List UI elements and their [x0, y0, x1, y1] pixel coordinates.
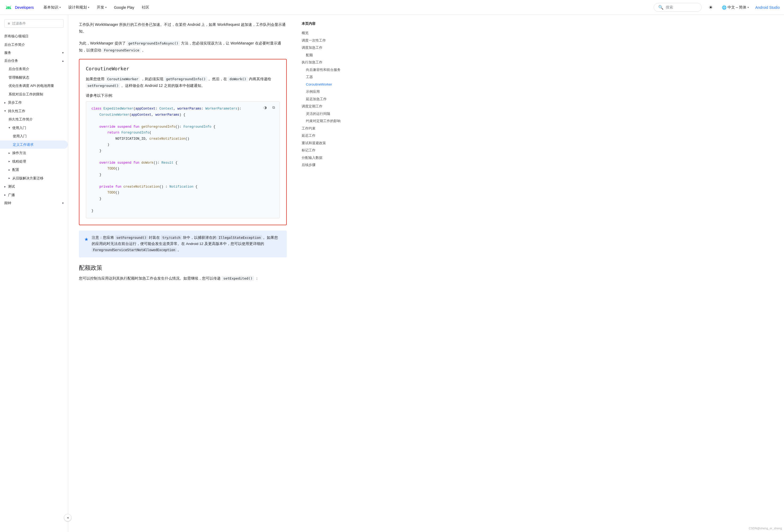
- get-foreground-info-code: getForegroundInfo(): [164, 77, 207, 82]
- chevron-down-icon: ▾: [105, 6, 107, 9]
- toc-item-delay-work[interactable]: 延迟工作: [302, 132, 352, 139]
- expand-icon: ▾: [62, 201, 64, 205]
- filter-placeholder: 过滤条件: [12, 21, 26, 26]
- chevron-right-icon: ▸: [8, 150, 10, 156]
- nav-links: 基本知识 ▾ 设计和规划 ▾ 开发 ▾ Google Play 社区: [40, 3, 649, 12]
- set-foreground-note-code: setForeground(): [115, 235, 148, 240]
- foreground-service-code: ForegroundService: [102, 48, 141, 53]
- toc-item-quota[interactable]: 配额: [302, 51, 352, 59]
- sidebar-section-services[interactable]: 服务 ▾: [0, 49, 68, 57]
- sidebar-section-migration[interactable]: ▸ 从旧版解决方案迁移: [0, 174, 68, 183]
- svg-line-3: [6, 6, 7, 7]
- search-box[interactable]: 🔍 搜索: [654, 3, 702, 12]
- para2: 为此，WorkManager 提供了 getForegroundInfoAsyn…: [79, 40, 287, 53]
- globe-icon: 🌐: [722, 5, 726, 9]
- sidebar-section-methods[interactable]: ▸ 操作方法: [0, 149, 68, 157]
- coroutine-box-title: CoroutineWorker: [86, 66, 280, 72]
- example-label: 请参考以下示例:: [86, 93, 280, 98]
- sidebar-collapse-button[interactable]: ◂: [64, 514, 72, 521]
- watermark: CSDN@sheng_er_sheng: [749, 527, 782, 530]
- left-sidebar: ≡ 过滤条件 所有核心领域日 后台工作简介 服务 ▾ 后台任务 ▴ 后台任务简介…: [0, 15, 68, 532]
- theme-toggle-button[interactable]: ☀: [706, 3, 716, 12]
- nav-google-play[interactable]: Google Play: [111, 3, 138, 12]
- sidebar-item-persistent-intro[interactable]: 持久性工作简介: [0, 115, 68, 124]
- filter-icon: ≡: [8, 21, 10, 26]
- sidebar-item-bg-intro[interactable]: 后台工作简介: [0, 40, 68, 49]
- toc-item-overview[interactable]: 概览: [302, 29, 352, 37]
- coroutine-worker-box: CoroutineWorker 如果您使用 CoroutineWorker ，则…: [79, 59, 287, 225]
- nav-basics[interactable]: 基本知识 ▾: [40, 3, 64, 12]
- set-foreground-code: setForeground(): [86, 83, 120, 88]
- sidebar-item-bg-task-intro[interactable]: 后台任务简介: [0, 65, 68, 73]
- chevron-down-icon: ▾: [59, 6, 61, 9]
- nav-right: ☀ 🌐 中文 – 简体 ▾ Android Studio: [706, 3, 780, 12]
- sidebar-item-optimize-battery[interactable]: 优化任务调度 API 的电池用量: [0, 82, 68, 90]
- sidebar-section-persistent[interactable]: ▾ 持久性工作: [0, 107, 68, 115]
- nav-community[interactable]: 社区: [139, 3, 152, 12]
- sidebar-section-bg-tasks[interactable]: 后台任务 ▴: [0, 57, 68, 65]
- search-placeholder: 搜索: [666, 5, 673, 10]
- coroutine-worker-code: CoroutineWorker: [106, 77, 140, 82]
- do-work-code: doWork(): [228, 77, 248, 82]
- foreground-not-allowed-code: ForegroundServiceStartNotAllowedExceptio…: [92, 248, 177, 252]
- toc-item-compat[interactable]: 向后兼容性和前台服务: [302, 66, 352, 74]
- toc-item-flex-interval[interactable]: 灵活的运行间隔: [302, 110, 352, 117]
- try-catch-code: try/catch: [161, 235, 182, 240]
- toc-item-work-constraints[interactable]: 工作约束: [302, 125, 352, 132]
- svg-point-1: [7, 7, 8, 8]
- sidebar-item-bg-limits[interactable]: 系统对后台工作的限制: [0, 90, 68, 99]
- toc-item-execute-expedited[interactable]: 执行加急工作: [302, 59, 352, 66]
- coroutine-box-desc: 如果您使用 CoroutineWorker ，则必须实现 getForegrou…: [86, 76, 280, 89]
- chevron-right-icon: ▸: [4, 192, 6, 197]
- section-quota-text: 您可以控制当应用达到其执行配额时加急工作会发生什么情况。如需继续，您可以传递 s…: [79, 275, 287, 282]
- expand-icon: ▴: [62, 59, 64, 63]
- toc-item-constraint-effect[interactable]: 约束对定期工作的影响: [302, 117, 352, 125]
- toc-item-coroutine-worker[interactable]: CoroutineWorker: [302, 81, 352, 88]
- nav-develop[interactable]: 开发 ▾: [93, 3, 110, 12]
- android-studio-link[interactable]: Android Studio: [755, 5, 780, 9]
- chevron-right-icon: ▸: [4, 100, 6, 105]
- chevron-right-icon: ▸: [8, 176, 10, 180]
- sidebar-filter-input[interactable]: ≡ 过滤条件: [4, 19, 64, 28]
- chevron-right-icon: ▸: [8, 159, 10, 164]
- sidebar-item-define-work[interactable]: 定义工作请求: [0, 140, 68, 149]
- page-layout: ≡ 过滤条件 所有核心领域日 后台工作简介 服务 ▾ 后台任务 ▴ 后台任务简介…: [0, 15, 784, 532]
- chevron-down-icon: ▾: [4, 109, 6, 113]
- code-block: ◑ ⧉ class ExpeditedWorker(appContext: Co…: [86, 101, 280, 218]
- language-selector[interactable]: 🌐 中文 – 简体 ▾: [720, 3, 751, 11]
- toc-title: 本页内容: [302, 21, 352, 26]
- chevron-down-icon: ▾: [8, 125, 10, 130]
- logo-text: Developers: [15, 5, 34, 9]
- sidebar-section-test[interactable]: ▸ 测试: [0, 182, 68, 191]
- sidebar-item-manage-wake[interactable]: 管理唤醒状态: [0, 73, 68, 82]
- sidebar-item-getstarted[interactable]: 使用入门: [0, 132, 68, 140]
- sidebar-section-getstarted[interactable]: ▾ 使用入门: [0, 124, 68, 132]
- sidebar-section-alarm[interactable]: 闹钟 ▾: [0, 199, 68, 207]
- logo-link[interactable]: Developers: [4, 3, 34, 12]
- note-box: ★ 注意：您应将 setForeground() 封装在 try/catch 块…: [79, 230, 287, 257]
- illegal-state-exception-code: IllegalStateException: [217, 235, 262, 240]
- sidebar-item-all-core[interactable]: 所有核心领域日: [0, 32, 68, 40]
- toc-item-expedited[interactable]: 调度加急工作: [302, 44, 352, 51]
- sidebar-section-async[interactable]: ▸ 异步工作: [0, 99, 68, 107]
- nav-design[interactable]: 设计和规划 ▾: [65, 3, 92, 12]
- section-quota-title: 配额政策: [79, 264, 287, 272]
- toc-item-one-time[interactable]: 调度一次性工作: [302, 37, 352, 44]
- svg-point-2: [9, 7, 10, 8]
- sidebar-section-config[interactable]: ▸ 配置: [0, 166, 68, 174]
- toc-item-retry-backoff[interactable]: 重试和退避政策: [302, 139, 352, 147]
- toc-item-input-data[interactable]: 分配输入数据: [302, 154, 352, 162]
- toc-item-sample-app[interactable]: 示例应用: [302, 88, 352, 95]
- set-expedited-code: setExpedited(): [222, 276, 254, 281]
- toc-item-periodic[interactable]: 调度定期工作: [302, 103, 352, 110]
- toc-item-next-steps[interactable]: 后续步骤: [302, 161, 352, 169]
- sidebar-section-broadcast[interactable]: ▸ 广播: [0, 191, 68, 199]
- lang-chevron-icon: ▾: [748, 6, 749, 9]
- copy-code-button[interactable]: ⧉: [270, 104, 277, 111]
- intro-paragraph: 工作队列 WorkManager 所执行的工作任务已加速。不过，在某些 Andr…: [79, 21, 287, 35]
- toc-item-tag-work[interactable]: 标记工作: [302, 147, 352, 154]
- sidebar-section-threading[interactable]: ▸ 线程处理: [0, 157, 68, 166]
- toc-item-tool[interactable]: 工器: [302, 73, 352, 81]
- theme-code-button[interactable]: ◑: [261, 104, 269, 111]
- toc-item-delay-expedited[interactable]: 延迟加急工作: [302, 95, 352, 103]
